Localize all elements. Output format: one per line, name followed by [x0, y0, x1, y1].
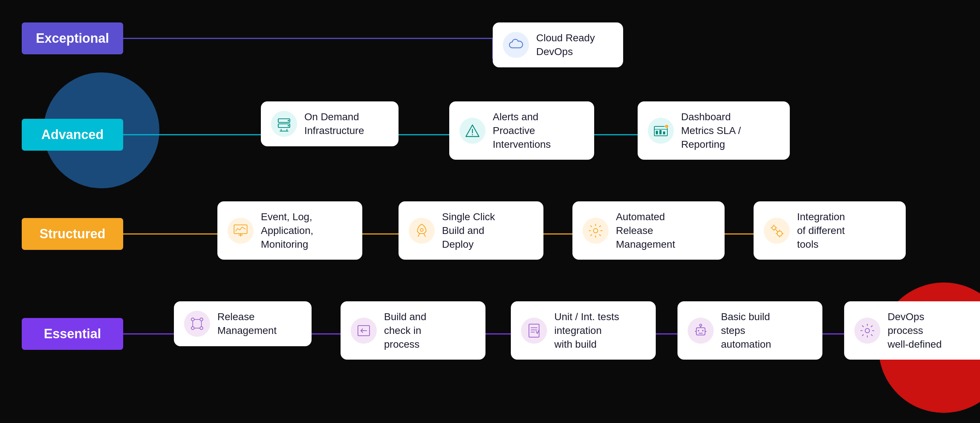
- card-single-click-build: Single ClickBuild andDeploy: [399, 201, 543, 260]
- card-text-devops-process: DevOpsprocesswell-defined: [888, 310, 942, 351]
- svg-point-33: [420, 229, 423, 231]
- card-icon-gear3: [854, 318, 880, 344]
- svg-point-40: [191, 327, 194, 329]
- card-icon-cloud: [503, 32, 529, 58]
- card-alerts-proactive: Alerts andProactiveInterventions: [449, 102, 594, 160]
- svg-rect-25: [656, 131, 658, 134]
- card-basic-build-steps: Basic buildstepsautomation: [678, 301, 822, 359]
- svg-rect-26: [659, 130, 662, 134]
- card-text-event-log: Event, Log,Application,Monitoring: [261, 210, 313, 251]
- card-automated-release: AutomatedReleaseManagement: [573, 201, 725, 260]
- card-icon-chart: !: [648, 118, 674, 144]
- card-text-dashboard: DashboardMetrics SLA /Reporting: [681, 110, 741, 151]
- level-structured: Structured: [22, 218, 123, 250]
- svg-line-37: [775, 229, 778, 232]
- svg-rect-47: [529, 324, 539, 337]
- svg-point-16: [288, 120, 289, 121]
- svg-point-39: [200, 318, 203, 321]
- card-integration-tools: Integrationof differenttools: [754, 201, 906, 260]
- card-icon-gear: [582, 218, 609, 244]
- svg-point-34: [593, 229, 598, 233]
- card-text-cloud-ready: Cloud ReadyDevOps: [536, 31, 595, 59]
- card-text-release-mgmt: ReleaseManagement: [217, 310, 277, 337]
- card-icon-monitor: [228, 218, 254, 244]
- svg-point-38: [191, 318, 194, 321]
- card-unit-int-tests: Unit / Int. testsintegrationwith build: [511, 301, 656, 359]
- card-text-build-checkin: Build andcheck inprocess: [384, 310, 426, 351]
- svg-point-52: [698, 330, 699, 331]
- svg-text:!: !: [666, 125, 667, 128]
- level-essential: Essential: [22, 318, 123, 350]
- svg-point-35: [772, 226, 776, 230]
- card-text-integration-tools: Integrationof differenttools: [797, 210, 845, 251]
- card-icon-doc: [521, 318, 547, 344]
- card-icon-arrows: [351, 318, 377, 344]
- card-icon-alert: [460, 118, 485, 144]
- card-dashboard-metrics: ! DashboardMetrics SLA /Reporting: [638, 102, 790, 160]
- card-on-demand-infra: On DemandInfrastructure: [261, 102, 399, 146]
- svg-point-22: [472, 134, 473, 135]
- svg-point-17: [288, 125, 289, 126]
- svg-point-59: [865, 329, 870, 333]
- card-release-management: ReleaseManagement: [174, 301, 312, 346]
- card-event-log: Event, Log,Application,Monitoring: [217, 201, 362, 260]
- svg-rect-27: [663, 132, 665, 134]
- svg-rect-51: [696, 328, 705, 335]
- card-text-alerts: Alerts andProactiveInterventions: [493, 110, 551, 151]
- card-text-single-click: Single ClickBuild andDeploy: [442, 210, 495, 251]
- level-advanced: Advanced: [22, 119, 123, 151]
- card-icon-gear2: [764, 218, 790, 244]
- svg-point-41: [200, 327, 203, 329]
- card-icon-robo: [687, 318, 714, 344]
- svg-point-53: [702, 330, 703, 331]
- card-build-checkin: Build andcheck inprocess: [340, 301, 485, 359]
- card-text-automated-release: AutomatedReleaseManagement: [616, 210, 675, 251]
- level-exceptional: Exceptional: [22, 22, 123, 54]
- card-text-unit-tests: Unit / Int. testsintegrationwith build: [554, 310, 619, 351]
- diagram-container: Exceptional Advanced Structured Essentia…: [0, 0, 980, 423]
- card-devops-process: DevOpsprocesswell-defined: [844, 301, 980, 359]
- card-text-on-demand: On DemandInfrastructure: [304, 110, 364, 138]
- card-text-basic-build: Basic buildstepsautomation: [721, 310, 771, 351]
- card-icon-rocket: [409, 218, 435, 244]
- card-cloud-ready-devops: Cloud ReadyDevOps: [493, 22, 623, 67]
- card-icon-flow: [184, 311, 210, 337]
- card-icon-server: [271, 111, 297, 137]
